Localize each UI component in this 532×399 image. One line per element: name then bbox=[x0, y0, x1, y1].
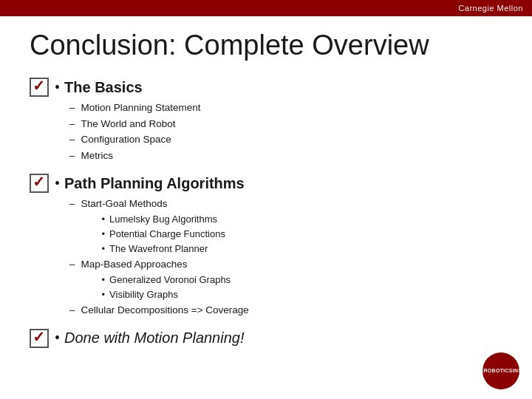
nested-list: • Generalized Voronoi Graphs • Visibilit… bbox=[102, 273, 231, 302]
subitem-text: Motion Planning Statement bbox=[81, 100, 201, 116]
list-item: – Start-Goal Methods • Lumelsky Bug Algo… bbox=[69, 196, 502, 256]
subitem-text: The World and Robot bbox=[81, 116, 176, 132]
logo-line2: ROBOTICS bbox=[483, 368, 512, 374]
logo-letter: R bbox=[460, 363, 472, 379]
nested-text: Potential Charge Functions bbox=[109, 227, 225, 242]
nested-text: Generalized Voronoi Graphs bbox=[109, 273, 231, 287]
list-item: – Map-Based Approaches • Generalized Vor… bbox=[69, 256, 502, 302]
list-item: – Metrics bbox=[69, 148, 502, 164]
checkbox-path-icon bbox=[30, 174, 49, 193]
section-path-header: • Path Planning Algorithms bbox=[30, 174, 502, 193]
nested-item: • Visibility Graphs bbox=[102, 287, 231, 302]
subitem-text: Start-Goal Methods bbox=[81, 198, 168, 209]
list-item: – Cellular Decompositions => Coverage bbox=[69, 302, 502, 318]
list-item: – Configuration Space bbox=[69, 132, 502, 148]
top-bar: Carnegie Mellon bbox=[0, 0, 532, 16]
dash-icon: – bbox=[69, 132, 75, 148]
nested-list: • Lumelsky Bug Algorithms • Potential Ch… bbox=[102, 212, 225, 256]
dash-icon: – bbox=[69, 148, 75, 164]
section-basics-subitems: – Motion Planning Statement – The World … bbox=[69, 100, 502, 163]
bullet-icon: • bbox=[102, 227, 106, 242]
list-item: – Motion Planning Statement bbox=[69, 100, 502, 116]
section-basics-label: The Basics bbox=[64, 79, 143, 96]
checkbox-basics-icon bbox=[30, 78, 49, 97]
subitem-text: Configuration Space bbox=[81, 132, 171, 148]
logo-line3: INSTITUTE bbox=[513, 368, 532, 374]
bullet-icon: • bbox=[102, 242, 106, 256]
nested-item: • Potential Charge Functions bbox=[102, 227, 225, 242]
nested-item: • Lumelsky Bug Algorithms bbox=[102, 212, 225, 227]
subitem-text: Map-Based Approaches bbox=[81, 259, 188, 270]
section-basics-bullet: • bbox=[55, 79, 60, 96]
section-path-bullet: • bbox=[55, 175, 60, 192]
section-done-header: • Done with Motion Planning! bbox=[30, 329, 502, 348]
logo-line1: THE bbox=[473, 368, 484, 374]
dash-icon: – bbox=[69, 100, 75, 116]
section-done-bullet: • bbox=[55, 330, 60, 347]
nested-text: The Wavefront Planner bbox=[109, 242, 208, 256]
page-title: Conclusion: Complete Overview bbox=[30, 30, 502, 61]
list-item: – The World and Robot bbox=[69, 116, 502, 132]
nested-text: Visibility Graphs bbox=[109, 287, 178, 302]
dash-icon: – bbox=[69, 302, 75, 318]
section-path-label: Path Planning Algorithms bbox=[64, 175, 245, 192]
dash-icon: – bbox=[69, 256, 75, 273]
bullet-icon: • bbox=[102, 212, 106, 227]
dash-icon: – bbox=[69, 116, 75, 132]
nested-text: Lumelsky Bug Algorithms bbox=[109, 212, 217, 227]
section-done: • Done with Motion Planning! bbox=[30, 329, 502, 348]
checkbox-done-icon bbox=[30, 329, 49, 348]
section-basics-header: • The Basics bbox=[30, 78, 502, 97]
logo-area: R THE ROBOTICS INSTITUTE bbox=[482, 352, 523, 393]
section-path-subitems: – Start-Goal Methods • Lumelsky Bug Algo… bbox=[69, 196, 502, 318]
institution-label: Carnegie Mellon bbox=[458, 4, 523, 13]
bullet-icon: • bbox=[102, 273, 106, 287]
section-basics: • The Basics – Motion Planning Statement… bbox=[30, 78, 502, 163]
main-content: Conclusion: Complete Overview • The Basi… bbox=[0, 16, 532, 369]
dash-icon: – bbox=[69, 196, 75, 212]
subitem-text: Metrics bbox=[81, 148, 114, 164]
section-path-planning: • Path Planning Algorithms – Start-Goal … bbox=[30, 174, 502, 318]
logo-circle: R THE ROBOTICS INSTITUTE bbox=[482, 352, 519, 389]
section-done-label: Done with Motion Planning! bbox=[64, 330, 244, 347]
subitem-text: Cellular Decompositions => Coverage bbox=[81, 302, 249, 318]
bullet-icon: • bbox=[102, 287, 106, 302]
nested-item: • The Wavefront Planner bbox=[102, 242, 225, 256]
nested-item: • Generalized Voronoi Graphs bbox=[102, 273, 231, 287]
